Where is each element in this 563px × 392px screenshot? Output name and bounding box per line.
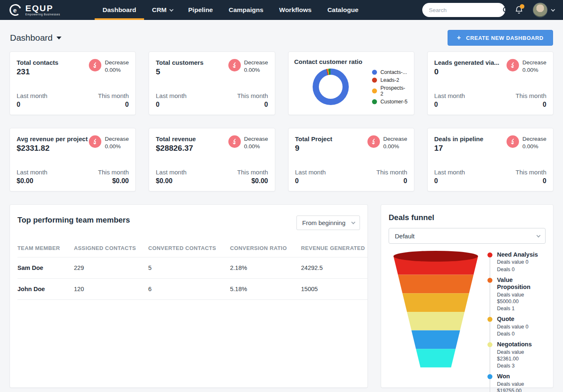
this-month-value: $0.00 [237,177,268,185]
this-month-value: 0 [98,101,129,108]
last-month-label: Last month [434,169,465,176]
stat-value: $28826.37 [156,144,196,153]
brand-logo[interactable]: e EQUP Empowering Businesses [0,0,87,20]
legend-dot [372,78,377,83]
team-members-table: TEAM MEMBER ASSIGNED CONTACTS CONVERTED … [17,241,368,300]
search-icon[interactable] [502,6,510,14]
contact-customer-ratio-card: Contact customer ratio Contacts-... Lead… [288,51,414,115]
this-month-label: This month [237,92,268,99]
ratio-card-title: Contact customer ratio [294,58,408,65]
nav-item-dashboard[interactable]: Dashboard [95,0,144,20]
trend-percent: 0.00% [522,143,538,149]
stat-card-avg-revenue: Avg revenue per project $2331.82 Decreas… [10,128,136,191]
last-month-label: Last month [156,169,186,176]
trend-percent: 0.00% [383,143,399,149]
svg-text:e: e [13,7,17,14]
stat-title: Leads generated via... [434,59,499,66]
avatar [533,2,548,17]
top-performing-team-members-card: Top performing team members From beginni… [10,204,368,388]
page-title: Dashboard [10,33,53,43]
col-converted-contacts: CONVERTED CONTACTS [148,241,230,257]
donut-legend: Contacts-... Leads-2 Prospects-2 Custome… [372,69,408,105]
legend-item: Contacts-... [372,69,408,75]
stat-title: Deals in pipeline [434,135,483,142]
last-month-label: Last month [17,169,47,176]
funnel-stage: Value Proposition Deals value $5000.00 D… [487,277,546,312]
page-title-dropdown[interactable]: Dashboard [10,33,61,43]
this-month-value: 0 [516,101,546,108]
stat-card-total-revenue: Total revenue $28826.37 Decrease0.00% La… [149,128,275,191]
funnel-stage: Quote Deals value 0 Deals 0 [487,316,546,337]
last-month-value: 0 [295,177,326,185]
last-month-label: Last month [156,92,186,99]
trend-label: Decrease [522,136,546,142]
trend-percent: 0.00% [105,67,120,73]
last-month-label: Last month [17,92,47,99]
trend-percent: 0.00% [522,67,538,73]
team-card-title: Top performing team members [17,216,130,225]
legend-dot [372,99,377,104]
conversion-ratio-value: 5.18% [230,279,301,300]
decrease-icon [507,135,519,148]
assigned-contacts-value: 120 [74,279,148,300]
top-navbar: e EQUP Empowering Businesses Dashboard C… [0,0,563,20]
table-row: Sam Doe 229 5 2.18% 24292.5 [17,257,368,279]
nav-item-catalogue[interactable]: Catalogue [319,0,366,20]
decrease-icon [89,59,101,71]
stage-dot [487,342,492,347]
trend-percent: 0.00% [105,143,120,149]
trend-percent: 0.00% [244,67,260,73]
notification-badge [520,4,524,9]
search-box [422,3,505,17]
last-month-value: $0.00 [17,177,47,185]
team-member-name: John Doe [17,279,74,300]
search-input[interactable] [429,7,502,13]
stat-title: Total customers [156,59,203,66]
stage-dot [487,374,492,379]
team-member-name: Sam Doe [17,257,74,279]
caret-down-icon [56,37,61,39]
last-month-label: Last month [295,169,326,176]
equp-logo-icon: e [8,3,22,17]
nav-item-campaigns[interactable]: Campaigns [221,0,272,20]
main-nav: Dashboard CRM Pipeline Campaigns Workflo… [95,0,366,20]
legend-item: Customer-5 [372,99,408,105]
decrease-icon [507,59,519,71]
nav-item-workflows[interactable]: Workflows [271,0,319,20]
revenue-generated-value: 15005 [301,279,368,300]
create-new-dashboard-button[interactable]: + CREATE NEW DASHBOARD [448,30,553,46]
stat-value: 17 [434,144,483,153]
col-team-member: TEAM MEMBER [17,241,74,257]
legend-dot [372,88,377,93]
plus-icon: + [457,34,461,42]
legend-item: Leads-2 [372,77,408,83]
pipeline-select[interactable]: Default [389,228,546,244]
trend-label: Decrease [522,59,546,66]
decrease-icon [228,59,241,71]
stage-dot [487,317,492,322]
this-month-label: This month [98,169,129,176]
user-menu[interactable] [533,2,554,17]
funnel-stage: Negotations Deals value $2361.00 Deals 3 [487,341,546,369]
stat-value: 5 [156,67,203,76]
chevron-down-icon [536,233,541,238]
last-month-value: 0 [156,101,186,108]
nav-item-pipeline[interactable]: Pipeline [180,0,220,20]
last-month-value: 0 [434,177,465,185]
deals-funnel-card: Deals funnel Default Need Analysis Deals… [381,204,553,388]
revenue-generated-value: 24292.5 [301,257,368,279]
notifications-bell[interactable] [514,5,524,15]
assigned-contacts-value: 229 [74,257,148,279]
funnel-legend: Need Analysis Deals value 0 Deals 0 Valu… [487,251,546,392]
legend-dot [372,70,377,75]
col-assigned-contacts: ASSIGNED CONTACTS [74,241,148,257]
decrease-icon [228,135,241,148]
nav-item-crm[interactable]: CRM [144,0,180,20]
time-range-dropdown[interactable]: From beginning [296,216,360,230]
legend-item: Prospects-2 [372,85,408,97]
trend-label: Decrease [244,59,268,66]
conversion-ratio-value: 2.18% [230,257,301,279]
stat-card-leads-generated: Leads generated via... 0 Decrease0.00% L… [427,51,553,115]
stat-card-total-contacts: Total contacts 231 Decrease0.00% Last mo… [10,51,136,115]
last-month-label: Last month [434,92,465,99]
